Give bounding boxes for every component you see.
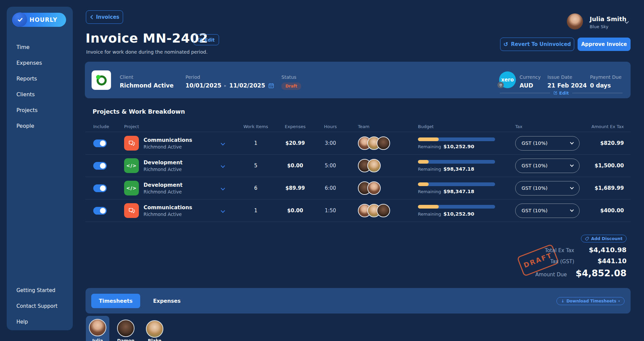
divider: [500, 93, 550, 93]
project-client: Richmond Active: [144, 144, 192, 150]
sidebar-item-help[interactable]: Help: [7, 314, 73, 330]
person-name: Blake: [141, 338, 168, 341]
sidebar-item-contact-support[interactable]: Contact Support: [7, 298, 73, 314]
amount-due-label: Amount Due: [535, 272, 567, 278]
remaining-value: $98,347.18: [443, 166, 474, 172]
client-field: Client Richmond Active: [120, 74, 173, 89]
expenses-value: $0.00: [277, 163, 314, 169]
back-to-invoices-button[interactable]: Invoices: [86, 10, 123, 24]
clock-check-icon: [13, 12, 27, 27]
tax-row: Tax (GST) $441.10: [550, 257, 627, 265]
chevron-down-icon: [570, 208, 574, 212]
add-discount-button[interactable]: Add Discount: [581, 235, 627, 242]
avatar: [367, 159, 381, 172]
expenses-value: $89.99: [277, 185, 314, 191]
period-start-date[interactable]: 10/01/2025: [185, 82, 221, 89]
tax-select[interactable]: GST (10%): [515, 181, 580, 195]
table-row: Communications Richmond Active 1 $0.00 1…: [86, 200, 631, 222]
issue-date-label: Issue Date: [547, 74, 587, 80]
tax-label: Tax (GST): [550, 259, 574, 265]
team-avatars: [347, 136, 409, 150]
remaining-label: Remaining: [418, 167, 441, 172]
sidebar-item-projects[interactable]: Projects: [7, 102, 73, 118]
project-name: Development: [144, 160, 182, 166]
col-include: Include: [86, 124, 124, 129]
code-icon: </>: [124, 158, 139, 173]
edit-invoice-button[interactable]: Edit: [194, 34, 219, 45]
chevron-left-icon: [90, 15, 94, 19]
person-avatar[interactable]: [146, 320, 163, 338]
tax-select[interactable]: GST (10%): [515, 159, 580, 173]
tax-select[interactable]: GST (10%): [515, 136, 580, 151]
tax-select-value: GST (10%): [522, 185, 547, 191]
edit-invoice-details-link[interactable]: Edit: [553, 91, 569, 96]
expand-chevron-down-icon[interactable]: [221, 209, 225, 213]
approve-button-label: Approve Invoice: [581, 41, 627, 47]
download-arrow-icon: ↓: [561, 299, 565, 303]
project-name: Development: [144, 182, 182, 188]
table-header-row: Include Project Work Items Expenses Hour…: [86, 121, 631, 132]
col-hours: Hours: [314, 124, 347, 129]
include-toggle[interactable]: [93, 139, 107, 147]
client-logo-icon: [95, 73, 108, 87]
include-toggle[interactable]: [93, 162, 107, 170]
hours-value: 5:00: [314, 163, 347, 169]
col-amount-ex-tax: Amount Ex Tax: [587, 124, 631, 129]
budget-cell: Remaining$98,347.18: [409, 160, 500, 172]
sidebar-nav: Time Expenses Reports Clients Projects P…: [7, 39, 73, 134]
chevron-down-icon: [570, 185, 574, 189]
payment-due-value: 0 days: [590, 82, 622, 89]
include-toggle[interactable]: [93, 184, 107, 192]
calendar-icon[interactable]: [268, 83, 274, 89]
currency-field: Currency AUD: [520, 74, 541, 89]
tab-timesheets[interactable]: Timesheets: [91, 294, 140, 308]
approve-invoice-button[interactable]: Approve Invoice: [578, 38, 631, 51]
col-tax: Tax: [500, 124, 587, 129]
user-avatar[interactable]: [567, 13, 583, 30]
payment-due-label: Payment Due: [590, 74, 622, 80]
remaining-label: Remaining: [418, 212, 441, 217]
budget-cell: Remaining$98,347.18: [409, 182, 500, 194]
edit-link-label: Edit: [559, 91, 569, 96]
sidebar-item-getting-started[interactable]: Getting Started: [7, 282, 73, 298]
revert-icon: ↺: [503, 42, 508, 47]
include-toggle[interactable]: [93, 207, 107, 215]
expand-chevron-down-icon[interactable]: [221, 141, 225, 146]
tax-select[interactable]: GST (10%): [515, 204, 580, 218]
page-title: Invoice MN-2402: [86, 31, 208, 46]
period-end-date[interactable]: 11/02/2025: [229, 82, 265, 89]
remaining-value: $10,252.90: [443, 144, 474, 149]
download-timesheets-button[interactable]: ↓ Download Timesheets ▾: [556, 297, 625, 305]
person-avatar[interactable]: [89, 319, 106, 336]
sidebar-item-clients[interactable]: Clients: [7, 87, 73, 102]
sidebar-footer: Getting Started Contact Support Help: [7, 282, 73, 330]
tax-select-value: GST (10%): [522, 140, 547, 146]
col-team: Team: [347, 124, 409, 129]
status-label: Status: [281, 74, 301, 80]
budget-progress-bar: [418, 182, 495, 186]
sidebar-item-time[interactable]: Time: [7, 39, 73, 55]
col-project: Project: [124, 124, 221, 129]
client-logo: [92, 70, 111, 90]
invoice-bar-edit-row: Edit: [500, 90, 623, 96]
expand-chevron-down-icon[interactable]: [221, 186, 225, 190]
project-name: Communications: [144, 137, 192, 143]
amount-ex-tax-value: $1,689.99: [587, 185, 631, 191]
sidebar-item-expenses[interactable]: Expenses: [7, 55, 73, 71]
budget-progress-bar: [418, 205, 495, 209]
person-avatar[interactable]: [117, 320, 135, 337]
budget-progress-bar: [418, 137, 495, 141]
app-logo: HOURLY: [12, 13, 66, 27]
sidebar-item-reports[interactable]: Reports: [7, 71, 73, 87]
issue-date-value: 21 Feb 2024: [547, 82, 587, 89]
user-org: Blue Sky: [590, 24, 608, 29]
revert-to-uninvoiced-button[interactable]: ↺ Revert To Uninvoiced: [500, 38, 574, 51]
work-items-value: 6: [235, 185, 277, 191]
user-name: Julia Smith: [590, 15, 627, 22]
tab-expenses[interactable]: Expenses: [146, 294, 188, 308]
sidebar-item-people[interactable]: People: [7, 118, 73, 134]
download-label: Download Timesheets: [567, 299, 616, 303]
expand-chevron-down-icon[interactable]: [221, 164, 225, 168]
budget-progress-bar: [418, 160, 495, 164]
period-field: Period 10/01/2025 ▸ 11/02/2025: [185, 74, 274, 89]
